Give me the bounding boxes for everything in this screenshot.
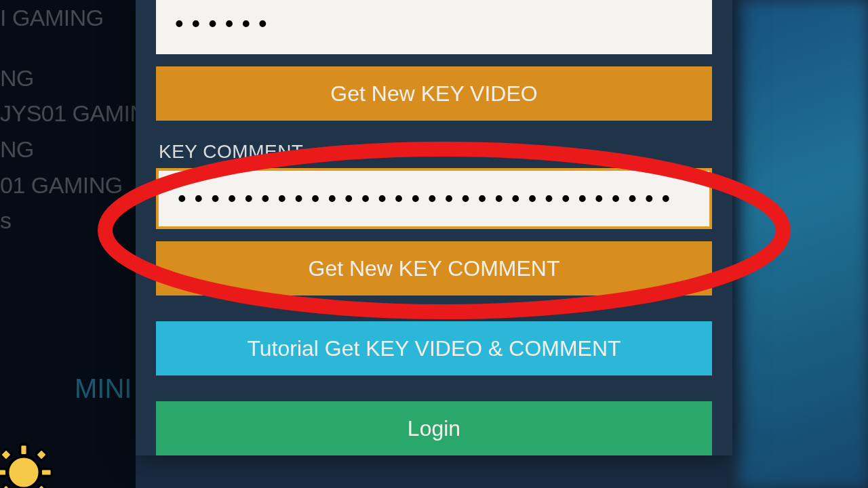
background-right-blur <box>739 0 868 488</box>
svg-rect-8 <box>35 484 47 488</box>
gear-icon <box>0 442 54 488</box>
svg-rect-7 <box>0 484 12 488</box>
svg-rect-5 <box>0 449 12 461</box>
background-left-panel: I GAMING NG JYS01 GAMING NG 01 GAMING s … <box>0 0 136 488</box>
bg-text-line: NG <box>0 131 136 167</box>
bg-text-line: s <box>0 203 136 239</box>
bg-text-line: I GAMING <box>0 0 136 36</box>
login-form-card: Get New KEY VIDEO KEY COMMENT Get New KE… <box>136 0 732 455</box>
svg-rect-4 <box>41 469 52 476</box>
svg-rect-1 <box>20 445 28 455</box>
key-comment-label: KEY COMMENT <box>159 141 712 163</box>
svg-point-0 <box>8 457 40 488</box>
svg-rect-6 <box>35 449 47 461</box>
bg-text-line: JYS01 GAMING <box>0 96 136 131</box>
tutorial-button[interactable]: Tutorial Get KEY VIDEO & COMMENT <box>156 321 712 375</box>
svg-rect-3 <box>0 469 7 476</box>
key-comment-input[interactable] <box>156 168 712 229</box>
get-key-comment-button[interactable]: Get New KEY COMMENT <box>156 241 712 296</box>
bg-mini-label: MINI <box>0 367 136 409</box>
get-key-video-button[interactable]: Get New KEY VIDEO <box>156 66 712 121</box>
bg-text-line: NG <box>0 60 136 96</box>
bg-text-line: 01 GAMING <box>0 167 136 203</box>
key-video-input[interactable] <box>156 0 712 54</box>
login-button[interactable]: Login <box>156 401 712 455</box>
